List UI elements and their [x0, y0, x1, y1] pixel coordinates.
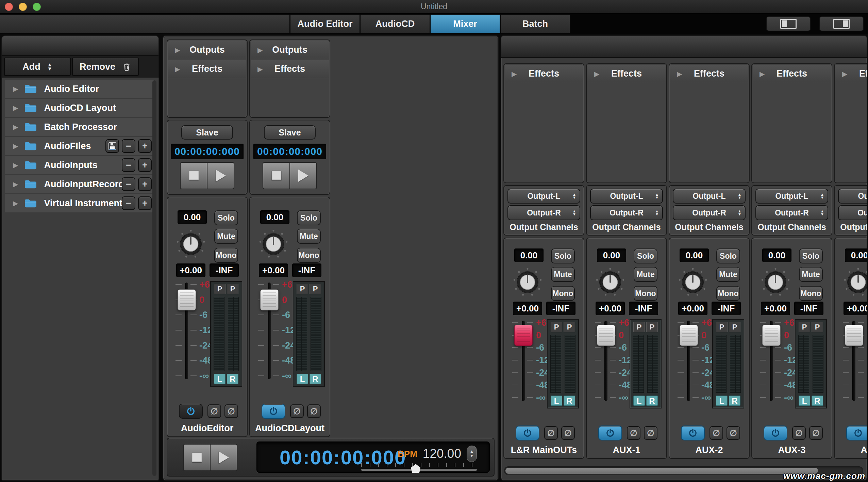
gain-display[interactable]: 0.00: [845, 248, 867, 262]
outputs-section-header[interactable]: ▶ Outputs: [251, 41, 329, 59]
fader-handle[interactable]: [762, 325, 781, 346]
mono-button[interactable]: Mono: [551, 286, 575, 301]
output-right-select[interactable]: Output-R ▲▼: [507, 205, 580, 220]
solo-button[interactable]: Solo: [634, 248, 657, 263]
sidebar-tree-item[interactable]: ▶ Virtual Instruments −+: [5, 194, 154, 212]
phase-invert-left-button[interactable]: ∅: [627, 426, 640, 440]
gain-display[interactable]: 0.00: [680, 248, 709, 262]
pan-knob[interactable]: [758, 265, 793, 300]
peak-hold-button-right[interactable]: P: [646, 322, 658, 332]
disclosure-triangle-icon[interactable]: ▶: [13, 180, 18, 188]
mute-button[interactable]: Mute: [551, 267, 575, 282]
gain-display[interactable]: 0.00: [260, 210, 289, 224]
save-item-button[interactable]: [105, 139, 119, 153]
gain-display[interactable]: 0.00: [514, 248, 544, 262]
add-item-button[interactable]: +: [138, 158, 152, 172]
mono-button[interactable]: Mono: [214, 248, 238, 263]
effects-section-header[interactable]: ▶ Effects: [835, 65, 867, 83]
peak-hold-button-right[interactable]: P: [812, 322, 823, 332]
remove-button[interactable]: Remove: [72, 58, 139, 76]
output-right-select[interactable]: Output-R ▲▼: [838, 205, 867, 220]
phase-invert-right-button[interactable]: ∅: [307, 404, 321, 418]
sidebar-scrollbar[interactable]: [152, 80, 156, 476]
tab[interactable]: Batch: [501, 15, 571, 33]
peak-hold-button-left[interactable]: P: [799, 322, 810, 332]
tab[interactable]: Audio Editor: [290, 15, 361, 33]
pan-display[interactable]: +0.00: [596, 302, 625, 315]
add-item-button[interactable]: +: [138, 196, 152, 210]
phase-invert-right-button[interactable]: ∅: [727, 426, 740, 440]
pan-display[interactable]: +0.00: [678, 302, 707, 315]
fader-handle[interactable]: [845, 325, 863, 346]
pan-display[interactable]: +0.00: [259, 263, 288, 277]
peak-hold-button-left[interactable]: P: [716, 322, 728, 332]
sidebar-tree-item[interactable]: ▶ Audio Editor: [5, 80, 154, 98]
disclosure-triangle-icon[interactable]: ▶: [13, 199, 18, 207]
effects-section-header[interactable]: ▶ Effects: [670, 65, 748, 83]
power-button[interactable]: [516, 425, 539, 440]
output-left-select[interactable]: Output-L ▲▼: [838, 189, 867, 204]
sidebar-tree-item[interactable]: ▶ AudioInputRecorders −+: [5, 175, 154, 193]
stop-button[interactable]: [183, 444, 210, 471]
disclosure-triangle-icon[interactable]: ▶: [13, 142, 18, 150]
tab[interactable]: Mixer: [431, 15, 501, 33]
remove-item-button[interactable]: −: [122, 177, 135, 191]
slave-button[interactable]: Slave: [264, 125, 316, 140]
output-left-select[interactable]: Output-L ▲▼: [590, 189, 663, 204]
mute-button[interactable]: Mute: [716, 267, 740, 282]
phase-invert-left-button[interactable]: ∅: [710, 426, 723, 440]
volume-fader[interactable]: +60-6-12-24-48-∞: [592, 323, 634, 398]
fader-handle[interactable]: [680, 325, 698, 346]
volume-fader[interactable]: +60-6-12-24-48-∞: [255, 285, 297, 376]
peak-hold-button-left[interactable]: P: [297, 284, 308, 294]
add-item-button[interactable]: +: [138, 139, 152, 153]
pan-knob[interactable]: [173, 227, 208, 261]
remove-item-button[interactable]: −: [122, 139, 135, 153]
output-right-select[interactable]: Output-R ▲▼: [755, 205, 828, 220]
disclosure-triangle-icon[interactable]: ▶: [13, 161, 18, 169]
mono-button[interactable]: Mono: [716, 286, 740, 301]
power-button[interactable]: [681, 425, 705, 440]
pan-knob[interactable]: [841, 265, 867, 300]
gain-display[interactable]: 0.00: [762, 248, 791, 262]
volume-fader[interactable]: +60-6-12-24-48-∞: [173, 285, 214, 376]
mute-button[interactable]: Mute: [214, 229, 238, 244]
pan-knob[interactable]: [675, 265, 710, 300]
peak-hold-button-left[interactable]: P: [633, 322, 645, 332]
peak-hold-button-right[interactable]: P: [564, 322, 575, 332]
disclosure-triangle-icon[interactable]: ▶: [13, 123, 18, 131]
solo-button[interactable]: Solo: [297, 210, 321, 225]
bpm-slider[interactable]: [361, 463, 477, 474]
output-left-select[interactable]: Output-L ▲▼: [755, 189, 828, 204]
pan-knob[interactable]: [256, 227, 291, 261]
outputs-section-header[interactable]: ▶ Outputs: [168, 41, 246, 59]
mono-button[interactable]: Mono: [297, 248, 321, 263]
remove-item-button[interactable]: −: [122, 196, 135, 210]
output-left-select[interactable]: Output-L ▲▼: [507, 189, 580, 204]
sidebar-tree-item[interactable]: ▶ AudioInputs −+: [5, 156, 154, 174]
pan-knob[interactable]: [593, 265, 628, 300]
phase-invert-right-button[interactable]: ∅: [644, 426, 657, 440]
phase-invert-left-button[interactable]: ∅: [290, 404, 304, 418]
phase-invert-right-button[interactable]: ∅: [809, 426, 823, 440]
effects-section-header[interactable]: ▶ Effects: [168, 60, 246, 78]
pan-knob[interactable]: [510, 265, 545, 300]
bpm-value[interactable]: 120.00: [423, 447, 461, 461]
power-button[interactable]: [262, 404, 285, 419]
volume-fader[interactable]: +60-6-12-24-48-∞: [840, 323, 867, 398]
fader-handle[interactable]: [514, 325, 533, 346]
fader-handle[interactable]: [260, 289, 279, 310]
peak-hold-button-left[interactable]: P: [551, 322, 562, 332]
power-button[interactable]: [764, 425, 787, 440]
effects-section-header[interactable]: ▶ Effects: [251, 60, 329, 78]
mono-button[interactable]: Mono: [799, 286, 823, 301]
power-button[interactable]: [846, 425, 867, 440]
gain-display[interactable]: 0.00: [597, 248, 626, 262]
volume-fader[interactable]: +60-6-12-24-48-∞: [510, 323, 551, 398]
tab[interactable]: AudioCD: [361, 15, 431, 33]
peak-hold-button-right[interactable]: P: [310, 284, 321, 294]
phase-invert-right-button[interactable]: ∅: [224, 404, 238, 418]
toggle-right-panel-button[interactable]: [819, 16, 864, 31]
mono-button[interactable]: Mono: [634, 286, 657, 301]
effects-section-header[interactable]: ▶ Effects: [505, 65, 583, 83]
